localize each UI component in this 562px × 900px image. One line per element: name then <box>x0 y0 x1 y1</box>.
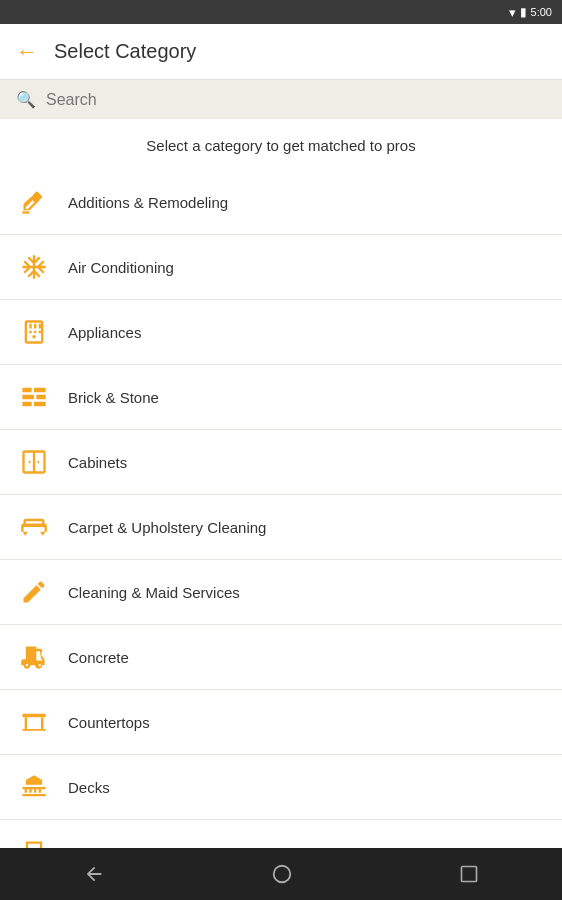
decks-label: Decks <box>68 779 110 796</box>
cleaning-maid-label: Cleaning & Maid Services <box>68 584 240 601</box>
category-item-brick-stone[interactable]: Brick & Stone <box>0 365 562 430</box>
svg-rect-3 <box>22 395 34 400</box>
battery-icon: ▮ <box>520 5 527 19</box>
time: 5:00 <box>531 6 552 18</box>
cabinets-icon <box>16 444 52 480</box>
top-bar: ← Select Category <box>0 24 562 80</box>
countertops-label: Countertops <box>68 714 150 731</box>
cabinets-label: Cabinets <box>68 454 127 471</box>
status-icons: ▾ ▮ 5:00 <box>509 5 552 20</box>
svg-rect-2 <box>34 388 46 393</box>
brick-stone-icon <box>16 379 52 415</box>
svg-rect-17 <box>462 867 477 882</box>
svg-point-16 <box>274 866 291 883</box>
category-list: Additions & Remodeling Air Conditioning … <box>0 170 562 848</box>
svg-rect-4 <box>36 395 45 400</box>
category-item-appliances[interactable]: Appliances <box>0 300 562 365</box>
countertops-icon <box>16 704 52 740</box>
svg-rect-6 <box>34 402 46 407</box>
category-item-cabinets[interactable]: Cabinets <box>0 430 562 495</box>
category-item-countertops[interactable]: Countertops <box>0 690 562 755</box>
back-nav-button[interactable] <box>59 855 129 893</box>
svg-rect-12 <box>22 729 45 731</box>
doors-icon <box>16 834 52 848</box>
air-conditioning-label: Air Conditioning <box>68 259 174 276</box>
category-item-doors[interactable]: Doors <box>0 820 562 848</box>
carpet-upholstery-icon <box>16 509 52 545</box>
status-bar: ▾ ▮ 5:00 <box>0 0 562 24</box>
decks-icon <box>16 769 52 805</box>
category-item-air-conditioning[interactable]: Air Conditioning <box>0 235 562 300</box>
home-nav-button[interactable] <box>247 855 317 893</box>
search-input[interactable] <box>46 91 546 109</box>
cleaning-maid-icon <box>16 574 52 610</box>
svg-rect-1 <box>22 388 31 393</box>
search-icon: 🔍 <box>16 90 36 109</box>
svg-rect-8 <box>38 461 40 463</box>
appliances-icon <box>16 314 52 350</box>
recents-nav-button[interactable] <box>435 856 503 892</box>
bottom-nav <box>0 848 562 900</box>
page-title: Select Category <box>54 40 196 63</box>
additions-remodeling-icon <box>16 184 52 220</box>
category-item-concrete[interactable]: Concrete <box>0 625 562 690</box>
concrete-icon <box>16 639 52 675</box>
appliances-label: Appliances <box>68 324 141 341</box>
wifi-icon: ▾ <box>509 5 516 20</box>
category-item-carpet-upholstery[interactable]: Carpet & Upholstery Cleaning <box>0 495 562 560</box>
svg-rect-10 <box>25 717 27 730</box>
svg-point-0 <box>32 335 36 339</box>
air-conditioning-icon <box>16 249 52 285</box>
svg-rect-7 <box>29 461 31 463</box>
svg-rect-9 <box>22 714 45 718</box>
category-item-decks[interactable]: Decks <box>0 755 562 820</box>
category-item-additions-remodeling[interactable]: Additions & Remodeling <box>0 170 562 235</box>
subtitle: Select a category to get matched to pros <box>0 119 562 170</box>
svg-rect-5 <box>22 402 31 407</box>
search-bar: 🔍 <box>0 80 562 119</box>
brick-stone-label: Brick & Stone <box>68 389 159 406</box>
additions-remodeling-label: Additions & Remodeling <box>68 194 228 211</box>
concrete-label: Concrete <box>68 649 129 666</box>
carpet-upholstery-label: Carpet & Upholstery Cleaning <box>68 519 266 536</box>
category-item-cleaning-maid[interactable]: Cleaning & Maid Services <box>0 560 562 625</box>
back-button[interactable]: ← <box>16 39 38 65</box>
svg-rect-11 <box>41 717 43 730</box>
